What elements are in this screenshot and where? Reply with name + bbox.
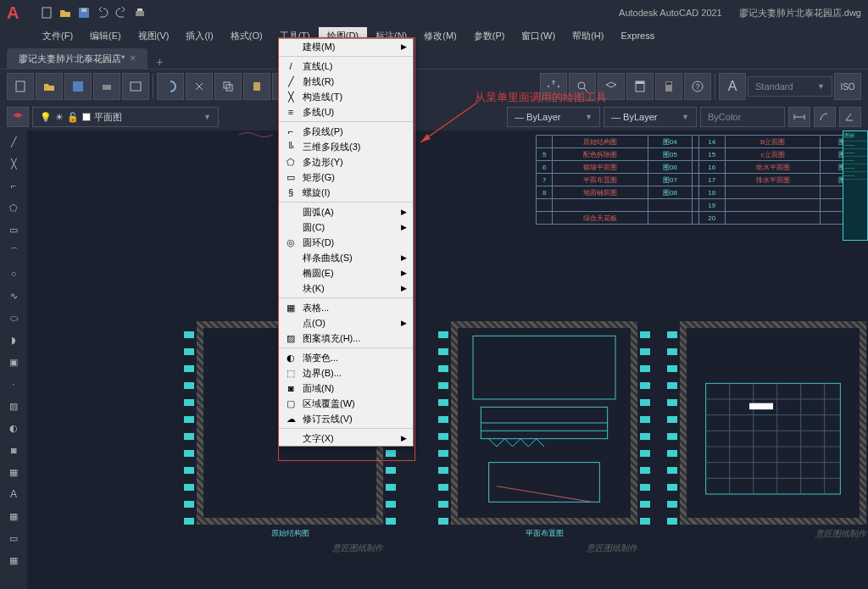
xline-icon[interactable]: ╳ [0, 153, 27, 175]
menu-label: 修订云线(V) [303, 413, 401, 425]
menu-window[interactable]: 窗口(W) [513, 27, 564, 45]
menu-express[interactable]: Express [612, 28, 663, 43]
rect-icon[interactable]: ▭ [0, 219, 27, 241]
lineweight-select[interactable]: — ByLayer▼ [604, 107, 697, 127]
menu-modify[interactable]: 修改(M) [415, 27, 465, 45]
menu-icon: ◙ [279, 383, 303, 393]
paste-button[interactable] [243, 73, 270, 100]
plot-icon[interactable] [132, 5, 147, 20]
region-icon[interactable]: ◙ [0, 439, 27, 461]
point-icon[interactable]: · [0, 373, 27, 395]
standard-toolbar: ? A Standard▼ ISO [0, 69, 868, 103]
new-icon[interactable] [39, 5, 54, 20]
style-select[interactable]: Standard▼ [748, 76, 832, 97]
zoom-button[interactable] [569, 73, 596, 100]
line-icon[interactable]: ╱ [0, 131, 27, 153]
dim-arc-button[interactable] [814, 107, 836, 127]
hatch-icon[interactable]: ▨ [0, 395, 27, 417]
polygon-icon[interactable]: ⬠ [0, 197, 27, 219]
menu-help[interactable]: 帮助(H) [564, 27, 612, 45]
cut-button[interactable] [186, 73, 213, 100]
menu-item-矩形[interactable]: ▭矩形(G) [279, 169, 413, 185]
open-icon[interactable] [58, 5, 73, 20]
layers-button[interactable] [598, 73, 625, 100]
menu-item-圆[interactable]: 圆(C)▶ [279, 219, 413, 235]
menu-parametric[interactable]: 参数(P) [465, 27, 514, 45]
undo-icon[interactable] [95, 5, 110, 20]
linetype-select[interactable]: — ByLayer▼ [507, 107, 600, 127]
save-icon[interactable] [76, 5, 92, 20]
help-button[interactable]: ? [684, 73, 711, 100]
pan-button[interactable] [540, 73, 567, 100]
ellipse-icon[interactable]: ⬭ [0, 307, 27, 329]
plotpreview-button[interactable] [122, 73, 149, 100]
menu-item-三维多段线[interactable]: ╚三维多段线(3) [279, 139, 413, 154]
menu-item-样条曲线[interactable]: 样条曲线(S)▶ [279, 250, 413, 265]
save-button[interactable] [64, 73, 92, 100]
svg-rect-5 [16, 81, 25, 92]
drawing-canvas[interactable]: 原始结构图图0414B立面图图0145配色拆除图图0515c立面图图0156砌墙… [27, 131, 868, 589]
color-select[interactable]: ByColor [700, 107, 785, 127]
menu-item-面域[interactable]: ◙面域(N) [279, 381, 413, 396]
dim-linear-button[interactable] [788, 107, 810, 127]
menu-item-块[interactable]: 块(K)▶ [279, 281, 413, 296]
menu-item-多线[interactable]: ≡多线(U) [279, 104, 413, 119]
menu-item-修订云线[interactable]: ☁修订云线(V) [279, 411, 413, 426]
menu-label: 面域(N) [303, 382, 401, 395]
share-button[interactable] [157, 73, 184, 100]
dim-angle-button[interactable] [839, 107, 861, 127]
open-button[interactable] [36, 73, 63, 100]
grid-icon[interactable]: ▦ [0, 549, 27, 571]
arc-icon[interactable]: ⌒ [0, 241, 27, 263]
menu-format[interactable]: 格式(O) [222, 27, 271, 45]
plan-view-2: 平面布置图 意匠图纸制作 [451, 321, 637, 533]
menu-item-圆弧[interactable]: 圆弧(A)▶ [279, 204, 413, 219]
document-tab[interactable]: 廖记夫妻肺片北泰花园店* × [7, 48, 147, 69]
layerprops-button[interactable] [7, 107, 29, 127]
menu-label: 图案填充(H)... [303, 332, 401, 345]
circle-icon[interactable]: ○ [0, 263, 27, 285]
menu-item-螺旋[interactable]: §螺旋(I) [279, 185, 413, 200]
menu-item-渐变色...[interactable]: ◐渐变色... [279, 350, 413, 365]
menu-item-多边形[interactable]: ⬠多边形(Y) [279, 154, 413, 169]
menu-item-图案填充...[interactable]: ▨图案填充(H)... [279, 331, 413, 346]
screen-icon[interactable]: ▭ [0, 527, 27, 549]
iso-button[interactable]: ISO [834, 73, 861, 100]
menu-item-表格...[interactable]: ▦表格... [279, 300, 413, 315]
plot-button[interactable] [93, 73, 120, 100]
menu-item-圆环[interactable]: ◎圆环(D) [279, 235, 413, 250]
menu-item-边界...[interactable]: ⬚边界(B)... [279, 365, 413, 381]
ellipse-arc-icon[interactable]: ◗ [0, 329, 27, 351]
new-button[interactable] [7, 73, 34, 100]
calc-button[interactable] [655, 73, 682, 100]
menu-item-构造线[interactable]: ╳构造线(T) [279, 89, 413, 104]
copy-button[interactable] [214, 73, 242, 100]
annotate-button[interactable]: A [719, 73, 746, 100]
mapicon[interactable]: ▦ [0, 505, 27, 527]
gradient-icon[interactable]: ◐ [0, 417, 27, 439]
menu-item-文字[interactable]: 文字(X)▶ [279, 431, 413, 446]
pline-icon[interactable]: ⌐ [0, 175, 27, 197]
mtext-icon[interactable]: A [0, 483, 27, 505]
redo-icon[interactable] [114, 5, 129, 20]
menu-edit[interactable]: 编辑(E) [81, 27, 130, 45]
add-tab-button[interactable]: + [147, 55, 171, 69]
properties-button[interactable] [626, 73, 654, 100]
menu-item-射线[interactable]: ╱射线(R) [279, 74, 413, 89]
app-title: Autodesk AutoCAD 2021 [619, 8, 722, 18]
close-icon[interactable]: × [130, 53, 136, 64]
menu-item-点[interactable]: 点(O)▶ [279, 315, 413, 331]
menu-item-直线[interactable]: /直线(L) [279, 58, 413, 74]
layer-select[interactable]: 💡 ☀ 🔓 平面图 ▼ [32, 107, 219, 127]
menu-file[interactable]: 文件(F) [34, 27, 81, 45]
menu-item-区域覆盖[interactable]: ▢区域覆盖(W) [279, 396, 413, 411]
menu-view[interactable]: 视图(V) [130, 27, 178, 45]
table-icon[interactable]: ▦ [0, 461, 27, 483]
menu-item-建模[interactable]: 建模(M)▶ [279, 39, 413, 54]
menu-item-椭圆[interactable]: 椭圆(E)▶ [279, 265, 413, 281]
block-icon[interactable]: ▣ [0, 351, 27, 373]
menu-item-多段线[interactable]: ⌐多段线(P) [279, 124, 413, 139]
spline-icon[interactable]: ∿ [0, 285, 27, 307]
draw-sidebar: ╱ ╳ ⌐ ⬠ ▭ ⌒ ○ ∿ ⬭ ◗ ▣ · ▨ ◐ ◙ ▦ A ▦ ▭ ▦ [0, 131, 27, 589]
menu-insert[interactable]: 插入(I) [177, 27, 221, 45]
